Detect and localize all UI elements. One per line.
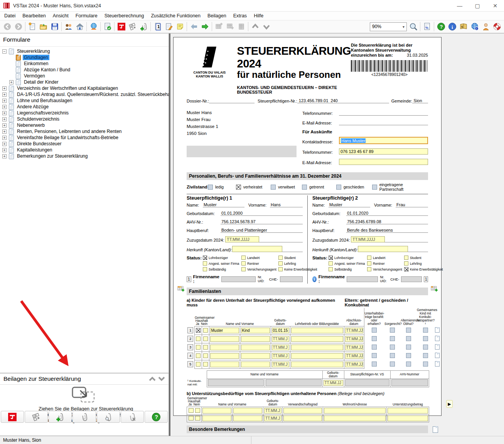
sidebar-item-einkommen[interactable]: Einkommen xyxy=(2,61,168,67)
kind-vorname-field[interactable] xyxy=(241,345,270,350)
attachments-dropzone[interactable]: Ziehen Sie die Beilagen zur Steuererklär… xyxy=(0,385,169,423)
menu-steuerberechnung[interactable]: Steuerberechnung xyxy=(101,12,148,19)
kind-name-field[interactable] xyxy=(210,336,239,342)
tree-expander-icon[interactable]: + xyxy=(2,92,7,97)
name-field[interactable]: Muster xyxy=(329,202,370,207)
haushalt-ja-checkbox[interactable] xyxy=(196,328,201,333)
firmenname-field[interactable] xyxy=(221,276,256,282)
kind-geburtsdatum-field[interactable]: 01.01.15 xyxy=(272,328,289,333)
tree-expander-icon[interactable]: + xyxy=(9,80,13,84)
person-icon[interactable] xyxy=(480,21,491,32)
obhut-checkbox[interactable] xyxy=(406,345,411,350)
vorname-field[interactable]: Frau xyxy=(396,202,428,207)
sorgerecht-checkbox[interactable] xyxy=(390,328,395,333)
vstax-button[interactable] xyxy=(1,411,24,423)
status-checkbox[interactable] xyxy=(367,261,371,266)
geburtsdatum-field[interactable]: 01.01.2020 xyxy=(346,211,428,216)
tree-expander-icon[interactable]: + xyxy=(2,105,7,109)
lehrbetrieb-field[interactable] xyxy=(291,336,343,342)
haushalt-ja-checkbox[interactable] xyxy=(196,336,201,341)
lehrbetrieb-field[interactable] xyxy=(291,345,343,350)
doc-new-icon[interactable] xyxy=(27,21,38,32)
zuzugsdatum-field[interactable]: TT.MM.JJJJ xyxy=(351,236,385,242)
table-add-icon[interactable] xyxy=(177,286,185,293)
verwandtschaft-field[interactable] xyxy=(283,408,322,414)
doc-page1-icon[interactable]: 1 xyxy=(152,21,163,32)
konkubinat-kind-checkbox[interactable] xyxy=(423,336,428,341)
unterhalt-checkbox[interactable] xyxy=(372,353,377,358)
geburtsdatum-field[interactable]: 01.01.2000 xyxy=(221,211,303,216)
arrow-next-icon[interactable] xyxy=(199,21,211,32)
tree-expander-icon[interactable]: + xyxy=(2,111,7,115)
attach-remove-button[interactable] xyxy=(121,411,144,423)
folder-open-icon[interactable] xyxy=(38,21,49,32)
help-button[interactable]: ? xyxy=(145,411,168,423)
page-percent-icon[interactable]: % xyxy=(421,21,433,32)
next-page-button[interactable]: ▶ xyxy=(446,400,453,408)
status-checkbox[interactable] xyxy=(241,267,246,271)
sidebar-item-verzeichnis-der-wertschriften-[interactable]: +Verzeichnis der Wertschriften und Kapit… xyxy=(2,85,168,91)
haushalt-ja-checkbox[interactable] xyxy=(189,416,194,420)
status-checkbox[interactable] xyxy=(329,256,333,260)
zivilstand-checkbox[interactable] xyxy=(302,185,307,190)
zivilstand-checkbox[interactable] xyxy=(236,185,241,190)
zoom-select[interactable]: 90%▾ xyxy=(370,22,407,31)
betrag-field[interactable] xyxy=(388,415,428,421)
sidebar-item-vereinfachte-beilage-für-landw[interactable]: +Vereinfachte Beilage für Landwirtschaft… xyxy=(2,135,168,141)
tree-expander-icon[interactable]: + xyxy=(2,142,7,146)
konkubinat-kind-checkbox[interactable] xyxy=(423,362,428,367)
sidebar-item-löhne-und-berufsauslagen[interactable]: +Löhne und Berufsauslagen xyxy=(2,98,168,104)
konkubinat-vorname-field[interactable] xyxy=(266,379,322,386)
attach-find-button[interactable] xyxy=(97,411,120,423)
firmenname-field[interactable] xyxy=(347,276,378,282)
taxpayer-icon[interactable] xyxy=(88,21,99,32)
lifebuoy-icon[interactable] xyxy=(491,21,502,32)
kind-name-field[interactable] xyxy=(210,362,239,367)
kind-name-field[interactable] xyxy=(210,345,239,350)
sorgerecht-checkbox[interactable] xyxy=(390,345,395,350)
email2-input[interactable] xyxy=(339,159,428,165)
zivilstand-checkbox[interactable] xyxy=(208,185,213,190)
doc-edit-icon[interactable] xyxy=(163,21,174,32)
menu-hilfe[interactable]: Hilfe xyxy=(250,12,267,19)
maximize-button[interactable]: ▢ xyxy=(469,0,486,11)
attach-button[interactable] xyxy=(72,411,96,423)
kind-geburtsdatum-field[interactable]: TT.MM.J xyxy=(272,362,289,367)
gemeinde-field[interactable]: Sion xyxy=(412,98,428,103)
menu-beilagen[interactable]: Beilagen xyxy=(204,12,230,19)
phone-field[interactable] xyxy=(339,110,428,116)
unterhalt-checkbox[interactable] xyxy=(372,345,377,350)
sidebar-item-detail-der-kinder[interactable]: +Detail der Kinder xyxy=(2,79,168,85)
konkubinat-kind-checkbox[interactable] xyxy=(423,328,428,333)
panel-collapse-up-icon[interactable] xyxy=(148,376,156,382)
sidebar-item-schuldenverzeichnis[interactable]: +Schuldenverzeichnis xyxy=(2,116,168,122)
tree-expander-icon[interactable]: + xyxy=(2,136,7,140)
barcode-scan-icon[interactable] xyxy=(127,21,138,32)
status-checkbox[interactable] xyxy=(404,261,408,266)
unterhalt-checkbox[interactable] xyxy=(372,328,377,333)
detail-doc-icon[interactable] xyxy=(435,344,440,350)
obhut-checkbox[interactable] xyxy=(406,336,411,341)
status-checkbox[interactable] xyxy=(367,256,371,260)
save-icon[interactable] xyxy=(49,21,60,32)
konkubinat-name-field[interactable] xyxy=(208,379,264,386)
wohnort-field[interactable] xyxy=(324,415,386,421)
uid-field[interactable] xyxy=(401,276,422,282)
sorgerecht-checkbox[interactable] xyxy=(390,353,395,358)
panel-collapse-down-icon[interactable] xyxy=(158,376,165,382)
ahv-field[interactable]: 756.2345.6789.08 xyxy=(346,219,428,224)
betrag-field[interactable] xyxy=(388,408,428,414)
abschlussdatum-field[interactable]: TT.MM.JJ xyxy=(345,328,363,333)
herkunft-field[interactable] xyxy=(358,246,408,252)
status-checkbox[interactable] xyxy=(241,261,246,266)
status-checkbox[interactable] xyxy=(203,267,207,271)
status-checkbox[interactable] xyxy=(241,256,246,260)
contacts-icon[interactable] xyxy=(63,21,74,32)
sidebar-item-grundlagen[interactable]: Grundlagen xyxy=(2,54,168,61)
status-checkbox[interactable] xyxy=(329,261,333,266)
sidebar-item-bemerkungen-zur-steuererklärun[interactable]: +Bemerkungen zur Steuererklärung xyxy=(2,153,168,159)
kind-geburtsdatum-field[interactable]: TT.MM.J xyxy=(272,336,289,342)
telefonnummer-input[interactable]: 076 123 45 67 89 xyxy=(339,148,428,155)
status-checkbox[interactable] xyxy=(404,267,408,271)
haushalt-ja-checkbox[interactable] xyxy=(196,345,201,350)
